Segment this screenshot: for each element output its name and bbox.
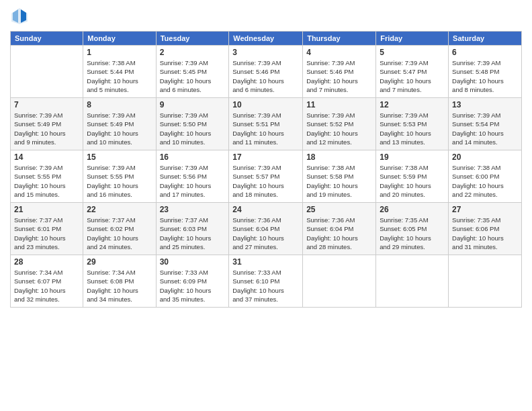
day-number: 26	[380, 205, 445, 214]
day-number: 3	[232, 48, 299, 57]
calendar-cell: 8Sunrise: 7:39 AMSunset: 5:49 PMDaylight…	[83, 98, 156, 150]
calendar-cell: 2Sunrise: 7:39 AMSunset: 5:45 PMDaylight…	[156, 46, 229, 98]
calendar-cell: 11Sunrise: 7:39 AMSunset: 5:52 PMDayligh…	[303, 98, 376, 150]
day-number: 31	[232, 257, 299, 267]
day-number: 24	[232, 205, 299, 214]
day-number: 29	[87, 257, 152, 267]
calendar-cell: 14Sunrise: 7:39 AMSunset: 5:55 PMDayligh…	[11, 150, 83, 203]
day-info: Sunrise: 7:39 AMSunset: 5:54 PMDaylight:…	[452, 111, 518, 146]
day-info: Sunrise: 7:39 AMSunset: 5:48 PMDaylight:…	[452, 58, 518, 94]
calendar-cell: 12Sunrise: 7:39 AMSunset: 5:53 PMDayligh…	[376, 98, 449, 150]
day-info: Sunrise: 7:38 AMSunset: 6:00 PMDaylight:…	[452, 163, 518, 199]
logo	[10, 7, 32, 26]
header-row: SundayMondayTuesdayWednesdayThursdayFrid…	[11, 32, 522, 46]
day-header-sunday: Sunday	[11, 32, 83, 46]
day-info: Sunrise: 7:33 AMSunset: 6:10 PMDaylight:…	[232, 268, 299, 304]
day-header-saturday: Saturday	[449, 32, 522, 46]
week-row-5: 28Sunrise: 7:34 AMSunset: 6:07 PMDayligh…	[11, 255, 522, 308]
day-info: Sunrise: 7:34 AMSunset: 6:07 PMDaylight:…	[14, 268, 79, 304]
day-number: 17	[232, 152, 299, 162]
week-row-4: 21Sunrise: 7:37 AMSunset: 6:01 PMDayligh…	[11, 203, 522, 255]
day-header-thursday: Thursday	[303, 32, 376, 46]
calendar-cell	[303, 255, 376, 308]
calendar-cell: 15Sunrise: 7:39 AMSunset: 5:55 PMDayligh…	[83, 150, 156, 203]
day-number: 16	[160, 152, 226, 162]
calendar-cell: 1Sunrise: 7:38 AMSunset: 5:44 PMDaylight…	[83, 46, 156, 98]
day-number: 22	[87, 205, 152, 214]
calendar-cell: 26Sunrise: 7:35 AMSunset: 6:05 PMDayligh…	[376, 203, 449, 255]
day-info: Sunrise: 7:39 AMSunset: 5:46 PMDaylight:…	[306, 58, 372, 94]
day-number: 1	[87, 48, 152, 57]
day-number: 15	[87, 152, 152, 162]
day-info: Sunrise: 7:39 AMSunset: 5:55 PMDaylight:…	[14, 163, 79, 199]
day-number: 19	[380, 152, 445, 162]
day-number: 10	[232, 100, 299, 109]
day-number: 20	[452, 152, 518, 162]
day-number: 30	[160, 257, 226, 267]
day-number: 11	[306, 100, 372, 109]
calendar-cell: 21Sunrise: 7:37 AMSunset: 6:01 PMDayligh…	[11, 203, 83, 255]
calendar-cell: 23Sunrise: 7:37 AMSunset: 6:03 PMDayligh…	[156, 203, 229, 255]
calendar-cell: 27Sunrise: 7:35 AMSunset: 6:06 PMDayligh…	[449, 203, 522, 255]
day-info: Sunrise: 7:36 AMSunset: 6:04 PMDaylight:…	[232, 216, 299, 251]
week-row-3: 14Sunrise: 7:39 AMSunset: 5:55 PMDayligh…	[11, 150, 522, 203]
calendar-cell: 20Sunrise: 7:38 AMSunset: 6:00 PMDayligh…	[449, 150, 522, 203]
day-info: Sunrise: 7:38 AMSunset: 5:58 PMDaylight:…	[306, 163, 372, 199]
day-number: 25	[306, 205, 372, 214]
day-info: Sunrise: 7:36 AMSunset: 6:04 PMDaylight:…	[306, 216, 372, 251]
day-header-friday: Friday	[376, 32, 449, 46]
day-info: Sunrise: 7:39 AMSunset: 5:53 PMDaylight:…	[380, 111, 445, 146]
calendar-table: SundayMondayTuesdayWednesdayThursdayFrid…	[10, 31, 522, 308]
day-info: Sunrise: 7:39 AMSunset: 5:46 PMDaylight:…	[232, 58, 299, 94]
day-number: 6	[452, 48, 518, 57]
week-row-2: 7Sunrise: 7:39 AMSunset: 5:49 PMDaylight…	[11, 98, 522, 150]
calendar-cell: 13Sunrise: 7:39 AMSunset: 5:54 PMDayligh…	[449, 98, 522, 150]
day-info: Sunrise: 7:39 AMSunset: 5:57 PMDaylight:…	[232, 163, 299, 199]
calendar-body: 1Sunrise: 7:38 AMSunset: 5:44 PMDaylight…	[11, 46, 522, 308]
day-number: 21	[14, 205, 79, 214]
calendar-cell	[11, 46, 83, 98]
calendar-cell: 25Sunrise: 7:36 AMSunset: 6:04 PMDayligh…	[303, 203, 376, 255]
calendar-cell: 4Sunrise: 7:39 AMSunset: 5:46 PMDaylight…	[303, 46, 376, 98]
calendar-cell: 6Sunrise: 7:39 AMSunset: 5:48 PMDaylight…	[449, 46, 522, 98]
day-header-wednesday: Wednesday	[229, 32, 303, 46]
day-info: Sunrise: 7:39 AMSunset: 5:45 PMDaylight:…	[160, 58, 226, 94]
day-number: 8	[87, 100, 152, 109]
week-row-1: 1Sunrise: 7:38 AMSunset: 5:44 PMDaylight…	[11, 46, 522, 98]
day-number: 4	[306, 48, 372, 57]
day-info: Sunrise: 7:33 AMSunset: 6:09 PMDaylight:…	[160, 268, 226, 304]
day-info: Sunrise: 7:37 AMSunset: 6:01 PMDaylight:…	[14, 216, 79, 251]
calendar-cell: 7Sunrise: 7:39 AMSunset: 5:49 PMDaylight…	[11, 98, 83, 150]
calendar-cell: 18Sunrise: 7:38 AMSunset: 5:58 PMDayligh…	[303, 150, 376, 203]
day-number: 27	[452, 205, 518, 214]
day-info: Sunrise: 7:39 AMSunset: 5:51 PMDaylight:…	[232, 111, 299, 146]
day-info: Sunrise: 7:39 AMSunset: 5:55 PMDaylight:…	[87, 163, 152, 199]
day-number: 7	[14, 100, 79, 109]
day-info: Sunrise: 7:35 AMSunset: 6:06 PMDaylight:…	[452, 216, 518, 251]
day-number: 28	[14, 257, 79, 267]
calendar-cell: 29Sunrise: 7:34 AMSunset: 6:08 PMDayligh…	[83, 255, 156, 308]
header	[10, 7, 522, 26]
day-number: 23	[160, 205, 226, 214]
calendar-cell: 16Sunrise: 7:39 AMSunset: 5:56 PMDayligh…	[156, 150, 229, 203]
calendar-cell	[449, 255, 522, 308]
day-info: Sunrise: 7:39 AMSunset: 5:49 PMDaylight:…	[87, 111, 152, 146]
day-info: Sunrise: 7:39 AMSunset: 5:50 PMDaylight:…	[160, 111, 226, 146]
calendar-cell: 17Sunrise: 7:39 AMSunset: 5:57 PMDayligh…	[229, 150, 303, 203]
day-info: Sunrise: 7:38 AMSunset: 5:59 PMDaylight:…	[380, 163, 445, 199]
day-number: 12	[380, 100, 445, 109]
day-header-tuesday: Tuesday	[156, 32, 229, 46]
calendar-cell: 30Sunrise: 7:33 AMSunset: 6:09 PMDayligh…	[156, 255, 229, 308]
day-info: Sunrise: 7:37 AMSunset: 6:03 PMDaylight:…	[160, 216, 226, 251]
calendar-cell	[376, 255, 449, 308]
calendar-cell: 24Sunrise: 7:36 AMSunset: 6:04 PMDayligh…	[229, 203, 303, 255]
calendar-cell: 31Sunrise: 7:33 AMSunset: 6:10 PMDayligh…	[229, 255, 303, 308]
day-info: Sunrise: 7:37 AMSunset: 6:02 PMDaylight:…	[87, 216, 152, 251]
calendar-cell: 9Sunrise: 7:39 AMSunset: 5:50 PMDaylight…	[156, 98, 229, 150]
day-header-monday: Monday	[83, 32, 156, 46]
calendar-page: SundayMondayTuesdayWednesdayThursdayFrid…	[0, 0, 532, 411]
day-info: Sunrise: 7:39 AMSunset: 5:49 PMDaylight:…	[14, 111, 79, 146]
day-number: 18	[306, 152, 372, 162]
calendar-cell: 3Sunrise: 7:39 AMSunset: 5:46 PMDaylight…	[229, 46, 303, 98]
calendar-cell: 5Sunrise: 7:39 AMSunset: 5:47 PMDaylight…	[376, 46, 449, 98]
